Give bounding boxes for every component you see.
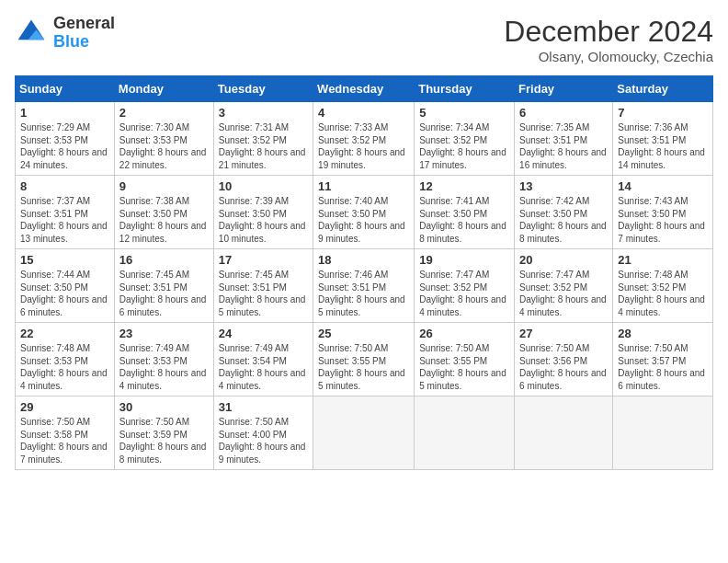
day-cell-13: 13 Sunrise: 7:42 AMSunset: 3:50 PMDaylig… bbox=[515, 176, 613, 249]
day-number: 4 bbox=[318, 106, 409, 120]
day-number: 9 bbox=[119, 179, 209, 193]
day-cell-31: 31 Sunrise: 7:50 AMSunset: 4:00 PMDaylig… bbox=[213, 396, 313, 470]
day-number: 14 bbox=[618, 179, 708, 193]
header-tuesday: Tuesday bbox=[213, 76, 313, 102]
day-cell-2: 2 Sunrise: 7:30 AMSunset: 3:53 PMDayligh… bbox=[114, 102, 213, 176]
day-info: Sunrise: 7:50 AMSunset: 3:56 PMDaylight:… bbox=[519, 343, 607, 391]
day-number: 12 bbox=[419, 179, 509, 193]
day-info: Sunrise: 7:44 AMSunset: 3:50 PMDaylight:… bbox=[20, 270, 108, 317]
day-number: 25 bbox=[318, 327, 409, 340]
day-info: Sunrise: 7:29 AMSunset: 3:53 PMDaylight:… bbox=[20, 122, 108, 170]
day-number: 15 bbox=[20, 253, 109, 267]
day-info: Sunrise: 7:41 AMSunset: 3:50 PMDaylight:… bbox=[419, 196, 506, 244]
day-cell-28: 28 Sunrise: 7:50 AMSunset: 3:57 PMDaylig… bbox=[613, 323, 713, 396]
location: Olsany, Olomoucky, Czechia bbox=[504, 49, 713, 64]
day-number: 19 bbox=[419, 253, 509, 267]
week-row-5: 29 Sunrise: 7:50 AMSunset: 3:58 PMDaylig… bbox=[16, 396, 713, 470]
empty-cell bbox=[515, 396, 613, 470]
day-cell-14: 14 Sunrise: 7:43 AMSunset: 3:50 PMDaylig… bbox=[613, 176, 713, 249]
day-number: 29 bbox=[20, 400, 109, 414]
day-cell-26: 26 Sunrise: 7:50 AMSunset: 3:55 PMDaylig… bbox=[415, 323, 515, 396]
day-info: Sunrise: 7:50 AMSunset: 3:55 PMDaylight:… bbox=[419, 343, 506, 391]
day-cell-9: 9 Sunrise: 7:38 AMSunset: 3:50 PMDayligh… bbox=[114, 176, 213, 249]
day-number: 17 bbox=[219, 253, 308, 267]
day-number: 21 bbox=[618, 253, 708, 267]
day-info: Sunrise: 7:50 AMSunset: 3:55 PMDaylight:… bbox=[318, 343, 405, 391]
day-cell-11: 11 Sunrise: 7:40 AMSunset: 3:50 PMDaylig… bbox=[313, 176, 415, 249]
day-cell-22: 22 Sunrise: 7:48 AMSunset: 3:53 PMDaylig… bbox=[16, 323, 115, 396]
header-thursday: Thursday bbox=[415, 76, 515, 102]
day-number: 22 bbox=[20, 327, 109, 340]
header-wednesday: Wednesday bbox=[313, 76, 415, 102]
day-cell-19: 19 Sunrise: 7:47 AMSunset: 3:52 PMDaylig… bbox=[415, 249, 515, 323]
day-cell-1: 1 Sunrise: 7:29 AMSunset: 3:53 PMDayligh… bbox=[16, 102, 115, 176]
day-cell-23: 23 Sunrise: 7:49 AMSunset: 3:53 PMDaylig… bbox=[114, 323, 213, 396]
day-cell-10: 10 Sunrise: 7:39 AMSunset: 3:50 PMDaylig… bbox=[213, 176, 313, 249]
day-number: 5 bbox=[419, 106, 509, 120]
day-info: Sunrise: 7:48 AMSunset: 3:52 PMDaylight:… bbox=[618, 270, 705, 317]
day-cell-16: 16 Sunrise: 7:45 AMSunset: 3:51 PMDaylig… bbox=[114, 249, 213, 323]
day-info: Sunrise: 7:46 AMSunset: 3:51 PMDaylight:… bbox=[318, 270, 405, 317]
logo-icon bbox=[15, 17, 48, 50]
header-monday: Monday bbox=[114, 76, 213, 102]
day-info: Sunrise: 7:33 AMSunset: 3:52 PMDaylight:… bbox=[318, 122, 405, 170]
empty-cell bbox=[313, 396, 415, 470]
day-number: 11 bbox=[318, 179, 409, 193]
day-cell-20: 20 Sunrise: 7:47 AMSunset: 3:52 PMDaylig… bbox=[515, 249, 613, 323]
day-number: 10 bbox=[219, 179, 308, 193]
day-cell-17: 17 Sunrise: 7:45 AMSunset: 3:51 PMDaylig… bbox=[213, 249, 313, 323]
day-cell-12: 12 Sunrise: 7:41 AMSunset: 3:50 PMDaylig… bbox=[415, 176, 515, 249]
day-info: Sunrise: 7:36 AMSunset: 3:51 PMDaylight:… bbox=[618, 122, 705, 170]
day-info: Sunrise: 7:47 AMSunset: 3:52 PMDaylight:… bbox=[519, 270, 607, 317]
day-info: Sunrise: 7:38 AMSunset: 3:50 PMDaylight:… bbox=[119, 196, 207, 244]
empty-cell bbox=[415, 396, 515, 470]
day-number: 31 bbox=[219, 400, 308, 414]
day-cell-4: 4 Sunrise: 7:33 AMSunset: 3:52 PMDayligh… bbox=[313, 102, 415, 176]
logo-general-text: General bbox=[53, 15, 115, 33]
day-number: 26 bbox=[419, 327, 509, 340]
logo-blue-text: Blue bbox=[53, 33, 115, 52]
day-info: Sunrise: 7:50 AMSunset: 3:58 PMDaylight:… bbox=[20, 417, 108, 465]
day-cell-25: 25 Sunrise: 7:50 AMSunset: 3:55 PMDaylig… bbox=[313, 323, 415, 396]
day-info: Sunrise: 7:35 AMSunset: 3:51 PMDaylight:… bbox=[519, 122, 607, 170]
day-number: 27 bbox=[519, 327, 608, 340]
day-info: Sunrise: 7:50 AMSunset: 3:57 PMDaylight:… bbox=[618, 343, 705, 391]
day-cell-3: 3 Sunrise: 7:31 AMSunset: 3:52 PMDayligh… bbox=[213, 102, 313, 176]
day-info: Sunrise: 7:50 AMSunset: 4:00 PMDaylight:… bbox=[219, 417, 306, 465]
header-friday: Friday bbox=[515, 76, 613, 102]
day-cell-27: 27 Sunrise: 7:50 AMSunset: 3:56 PMDaylig… bbox=[515, 323, 613, 396]
day-number: 16 bbox=[119, 253, 209, 267]
empty-cell bbox=[613, 396, 713, 470]
header-saturday: Saturday bbox=[613, 76, 713, 102]
day-info: Sunrise: 7:45 AMSunset: 3:51 PMDaylight:… bbox=[119, 270, 207, 317]
day-info: Sunrise: 7:50 AMSunset: 3:59 PMDaylight:… bbox=[119, 417, 207, 465]
week-row-4: 22 Sunrise: 7:48 AMSunset: 3:53 PMDaylig… bbox=[16, 323, 713, 396]
day-info: Sunrise: 7:30 AMSunset: 3:53 PMDaylight:… bbox=[119, 122, 207, 170]
day-number: 20 bbox=[519, 253, 608, 267]
day-cell-24: 24 Sunrise: 7:49 AMSunset: 3:54 PMDaylig… bbox=[213, 323, 313, 396]
day-number: 6 bbox=[519, 106, 608, 120]
day-number: 30 bbox=[119, 400, 209, 414]
header-sunday: Sunday bbox=[16, 76, 115, 102]
day-number: 1 bbox=[20, 106, 109, 120]
day-number: 18 bbox=[318, 253, 409, 267]
week-row-1: 1 Sunrise: 7:29 AMSunset: 3:53 PMDayligh… bbox=[16, 102, 713, 176]
day-info: Sunrise: 7:37 AMSunset: 3:51 PMDaylight:… bbox=[20, 196, 108, 244]
day-cell-15: 15 Sunrise: 7:44 AMSunset: 3:50 PMDaylig… bbox=[16, 249, 115, 323]
day-info: Sunrise: 7:31 AMSunset: 3:52 PMDaylight:… bbox=[219, 122, 306, 170]
day-number: 8 bbox=[20, 179, 109, 193]
day-cell-18: 18 Sunrise: 7:46 AMSunset: 3:51 PMDaylig… bbox=[313, 249, 415, 323]
day-info: Sunrise: 7:34 AMSunset: 3:52 PMDaylight:… bbox=[419, 122, 506, 170]
day-number: 23 bbox=[119, 327, 209, 340]
calendar-table: Sunday Monday Tuesday Wednesday Thursday… bbox=[15, 75, 713, 470]
title-block: December 2024 Olsany, Olomoucky, Czechia bbox=[504, 15, 713, 64]
day-info: Sunrise: 7:43 AMSunset: 3:50 PMDaylight:… bbox=[618, 196, 705, 244]
day-number: 2 bbox=[119, 106, 209, 120]
day-info: Sunrise: 7:48 AMSunset: 3:53 PMDaylight:… bbox=[20, 343, 108, 391]
day-info: Sunrise: 7:47 AMSunset: 3:52 PMDaylight:… bbox=[419, 270, 506, 317]
week-row-3: 15 Sunrise: 7:44 AMSunset: 3:50 PMDaylig… bbox=[16, 249, 713, 323]
day-number: 24 bbox=[219, 327, 308, 340]
day-number: 13 bbox=[519, 179, 608, 193]
day-info: Sunrise: 7:49 AMSunset: 3:54 PMDaylight:… bbox=[219, 343, 306, 391]
day-cell-30: 30 Sunrise: 7:50 AMSunset: 3:59 PMDaylig… bbox=[114, 396, 213, 470]
